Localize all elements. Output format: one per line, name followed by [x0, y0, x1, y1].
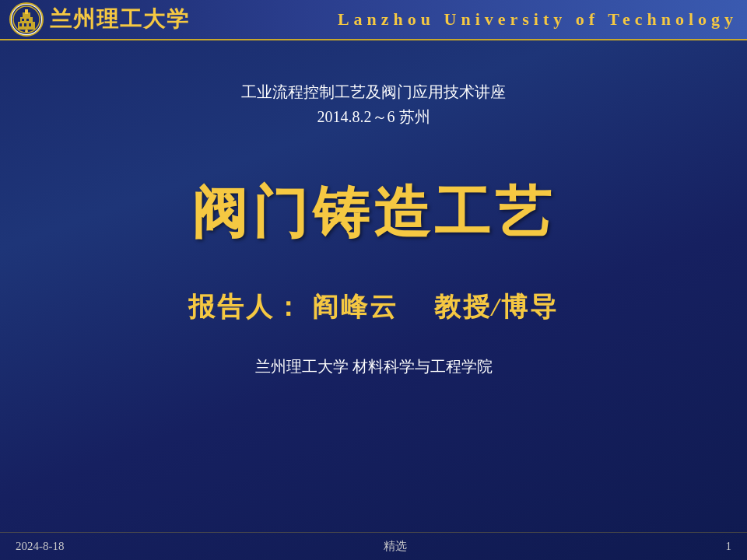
logo-area: 兰州理工大学 [9, 2, 190, 37]
svg-rect-8 [29, 23, 31, 26]
header: 兰州理工大学 Lanzhou University of Technology [0, 0, 747, 40]
subtitle-line1: 工业流程控制工艺及阀门应用技术讲座 [241, 79, 506, 104]
svg-rect-6 [19, 23, 22, 26]
svg-rect-10 [26, 19, 29, 21]
reporter-slash: / [492, 292, 501, 321]
footer-date: 2024-8-18 [16, 540, 65, 553]
svg-rect-7 [24, 23, 26, 26]
university-name-chinese: 兰州理工大学 [50, 5, 190, 34]
reporter-title: 教授 [434, 292, 492, 321]
main-content: 工业流程控制工艺及阀门应用技术讲座 2014.8.2～6 苏州 阀门铸造工艺 报… [0, 40, 747, 532]
footer-page: 1 [726, 540, 732, 553]
footer-label: 精选 [384, 539, 407, 554]
reporter-degree: 博导 [501, 292, 559, 321]
slide: 兰州理工大学 Lanzhou University of Technology … [0, 0, 747, 560]
main-title: 阀门铸造工艺 [191, 176, 556, 250]
reporter-line: 报告人： 阎峰云 教授/博导 [188, 289, 559, 325]
subtitle-block: 工业流程控制工艺及阀门应用技术讲座 2014.8.2～6 苏州 [241, 79, 506, 129]
reporter-name: 阎峰云 [312, 292, 398, 321]
university-name-english: Lanzhou University of Technology [338, 9, 738, 30]
svg-rect-9 [22, 19, 24, 21]
footer: 2024-8-18 精选 1 [0, 532, 747, 560]
reporter-label: 报告人： [188, 292, 303, 321]
svg-rect-5 [25, 9, 28, 14]
institution: 兰州理工大学 材料科学与工程学院 [255, 356, 493, 377]
reporter-block: 报告人： 阎峰云 教授/博导 [188, 289, 559, 325]
university-logo [9, 2, 44, 37]
subtitle-line2: 2014.8.2～6 苏州 [241, 104, 506, 129]
svg-point-11 [25, 30, 28, 33]
